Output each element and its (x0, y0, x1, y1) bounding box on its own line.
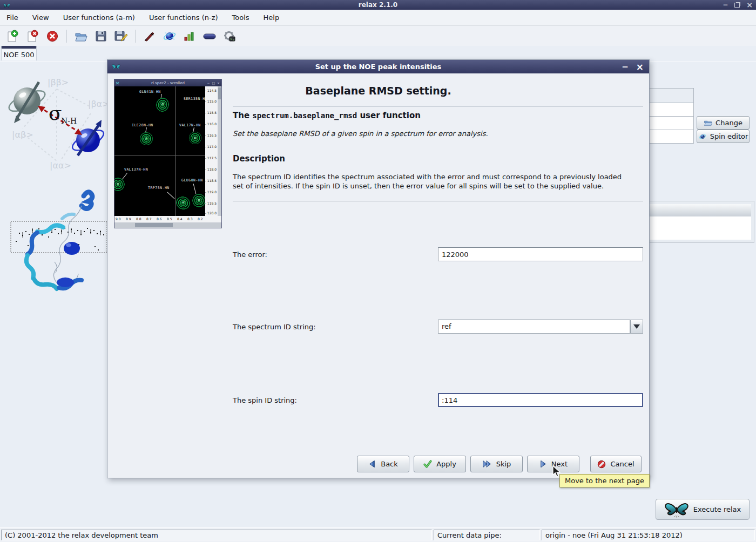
menu-help[interactable]: Help (264, 13, 280, 22)
state-bb-label: |ββ> (48, 77, 69, 87)
spin-id-field-label: The spin ID string: (233, 396, 297, 404)
statusbar: (C) 2001-2012 the relax development team… (0, 527, 756, 542)
menubar: File View User functions (a-m) User func… (0, 10, 756, 26)
apply-check-icon (423, 460, 432, 468)
divider (233, 201, 643, 202)
window-restore-button[interactable] (734, 3, 740, 8)
peak-label: SER135N-HN (184, 97, 205, 101)
spin-editor-button-label: Spin editor (710, 132, 748, 140)
skip-button[interactable]: Skip (470, 456, 523, 472)
thumbnail-vertical-scrollbar[interactable] (218, 86, 221, 216)
peak-label: VAL17N-HN (179, 123, 201, 127)
menu-view[interactable]: View (32, 13, 49, 22)
hidden-table-panel (644, 201, 754, 243)
peak-label: GLU60N-HN (181, 178, 203, 182)
window-title: relax 2.1.0 (0, 1, 756, 9)
next-icon (539, 460, 547, 468)
sigma-label: σ (49, 102, 62, 124)
relax-butterfly-icon (112, 62, 120, 72)
change-button[interactable]: Change (697, 116, 750, 130)
spin-viewer-icon[interactable] (163, 29, 177, 43)
peak-blob (154, 96, 171, 113)
peak-blob (192, 194, 205, 207)
spectrum-y-axis: 114.5 115.0 115.5 116.0 116.5 117.0 117.… (205, 86, 218, 216)
spectrum-plot: GLN41N-HN SER135N-HN ILE28N-HN VAL17N-HN… (114, 86, 205, 216)
peak-label: VAL137N-HN (124, 167, 148, 172)
peak-blob (114, 178, 125, 191)
spectrum-x-axis: 9.0 8.9 8.8 8.7 8.6 8.5 8.4 8.3 8.2 (114, 216, 205, 222)
mouse-cursor (552, 465, 562, 477)
spin-icon (698, 133, 707, 140)
menu-user-functions-nz[interactable]: User functions (n-z) (149, 13, 218, 22)
spectrum-id-value[interactable]: ref (438, 320, 630, 334)
window-close-button[interactable]: × (746, 0, 753, 10)
save-state-icon[interactable] (94, 29, 108, 43)
combobox-dropdown-button[interactable] (630, 320, 643, 334)
results-viewer-icon[interactable] (183, 29, 197, 43)
thumbnail-window-controls[interactable]: − □ × (207, 81, 220, 85)
error-field-label: The error: (233, 250, 267, 259)
spectrum-thumbnail-window: rl.spec2 - scrolled − □ × GLN41N-HN SER1… (114, 79, 222, 228)
cancel-button-label: Cancel (610, 460, 634, 468)
skip-button-label: Skip (496, 460, 511, 468)
hidden-table-header (647, 204, 751, 218)
spectrum-id-field-label: The spectrum ID string: (233, 323, 316, 331)
menu-file[interactable]: File (6, 13, 18, 22)
tab-noe-500[interactable]: NOE 500 (1, 46, 37, 60)
noe-peak-intensities-dialog: Set up the NOE peak intensities − × rl.s… (107, 59, 650, 478)
state-ba-label: |βα> (88, 99, 108, 109)
window-titlebar: relax 2.1.0 − × (0, 0, 756, 10)
spectrum-id-combobox[interactable]: ref (438, 320, 643, 334)
menu-user-functions-am[interactable]: User functions (a-m) (63, 13, 135, 22)
description-body: The spectrum ID identifies the spectrum … (233, 172, 632, 191)
hidden-table-body (647, 216, 751, 240)
back-icon (368, 460, 376, 468)
skip-icon (482, 460, 492, 468)
back-button[interactable]: Back (357, 456, 409, 472)
dialog-title: Set up the NOE peak intensities (107, 63, 649, 71)
status-copyright: (C) 2001-2012 the relax development team (1, 530, 432, 540)
data-pipe-editor-icon[interactable] (202, 29, 217, 43)
execute-relax-button[interactable]: Execute relax (656, 499, 750, 520)
thumbnail-icon (116, 82, 119, 85)
spin-editor-button[interactable]: Spin editor (697, 130, 750, 143)
window-minimize-button[interactable]: − (723, 0, 728, 10)
noe-spin-diagram-art: |ββ> |βα> |αβ> |αα> σ N-H (0, 70, 108, 181)
cancel-icon (597, 460, 606, 469)
next-button-tooltip: Move to the next page (559, 474, 650, 487)
peak-blob (174, 194, 192, 212)
menu-tools[interactable]: Tools (232, 13, 249, 22)
cancel-button[interactable]: Cancel (590, 456, 642, 472)
function-synopsis: Set the baseplane RMSD of a given spin i… (233, 130, 488, 138)
status-pipe-label: Current data pipe: (434, 530, 540, 540)
save-as-icon[interactable] (114, 29, 128, 43)
close-analysis-icon[interactable] (25, 29, 39, 43)
dialog-close-button[interactable]: × (636, 62, 644, 72)
peak-blob (139, 131, 153, 146)
state-ab-label: |αβ> (12, 130, 33, 140)
back-button-label: Back (381, 460, 398, 468)
toolbar-separator (66, 30, 67, 43)
sigma-sub-label: N-H (61, 117, 77, 125)
relax-prompt-icon[interactable] (222, 29, 237, 43)
change-button-label: Change (716, 119, 742, 127)
description-heading: Description (233, 154, 285, 164)
divider (233, 106, 643, 107)
folder-icon (704, 119, 712, 126)
user-function-heading: The spectrum.baseplane_rmsd user functio… (233, 111, 421, 120)
open-state-icon[interactable] (74, 29, 88, 43)
page-title: Baseplane RMSD setting. (107, 85, 649, 97)
error-input[interactable] (438, 247, 643, 261)
thumbnail-horizontal-scrollbar[interactable] (114, 222, 221, 228)
new-analysis-icon[interactable] (5, 29, 19, 43)
apply-button[interactable]: Apply (414, 456, 466, 472)
relax-controller-icon[interactable] (143, 29, 157, 43)
dialog-minimize-button[interactable]: − (622, 62, 629, 72)
spin-id-input[interactable] (438, 393, 643, 407)
status-pipe-value: origin - noe (Fri Aug 31 21:53:18 2012) (542, 530, 755, 540)
relax-butterfly-icon (3, 0, 10, 10)
exit-icon[interactable] (45, 29, 59, 43)
butterfly-icon (664, 502, 689, 518)
dialog-titlebar: Set up the NOE peak intensities − × (107, 60, 649, 73)
execute-relax-label: Execute relax (693, 505, 741, 513)
